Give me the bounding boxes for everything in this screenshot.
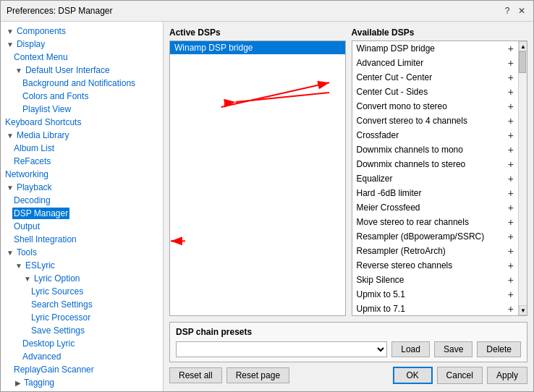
available-dsp-item[interactable]: Winamp DSP bridge +	[352, 41, 519, 56]
add-dsp-button[interactable]: +	[508, 43, 514, 54]
available-dsp-item[interactable]: Meier Crossfeed +	[352, 200, 519, 215]
available-dsp-label: Move stereo to rear channels	[357, 217, 469, 227]
sidebar-item-bg-notifications[interactable]: Background and Notifications	[1, 77, 163, 90]
load-button[interactable]: Load	[391, 341, 430, 357]
active-dsps-section: Active DSPs Winamp DSP bridge ...	[169, 27, 346, 316]
sidebar-item-playback[interactable]: ▼Playback	[1, 181, 163, 194]
available-dsp-item[interactable]: Convert stereo to 4 channels +	[352, 114, 519, 128]
add-dsp-button[interactable]: +	[508, 274, 514, 286]
available-dsp-item[interactable]: Center Cut - Center +	[352, 70, 519, 85]
sidebar-item-refacets[interactable]: ReFacets	[1, 155, 163, 168]
sidebar-item-lyric-processor[interactable]: Lyric Processor	[1, 311, 163, 324]
available-dsps-list-container[interactable]: Winamp DSP bridge + Advanced Limiter + C…	[352, 41, 528, 316]
sidebar-item-advanced-eslyric[interactable]: Advanced	[1, 350, 163, 363]
add-dsp-button[interactable]: +	[508, 129, 514, 141]
scroll-track[interactable]	[519, 51, 527, 305]
sidebar-item-tools[interactable]: ▼Tools	[1, 246, 163, 259]
available-dsps-list[interactable]: Winamp DSP bridge + Advanced Limiter + C…	[352, 41, 519, 315]
preferences-window: Preferences: DSP Manager ? ✕ ▼Components…	[0, 0, 534, 392]
apply-button[interactable]: Apply	[487, 367, 527, 384]
sidebar-item-replaygain-scanner[interactable]: ReplayGain Scanner	[1, 363, 163, 376]
scroll-down-button[interactable]: ▼	[519, 305, 527, 315]
active-dsps-list[interactable]: Winamp DSP bridge ...	[169, 41, 346, 316]
main-panel: Active DSPs Winamp DSP bridge ... Availa…	[164, 22, 533, 391]
cancel-button[interactable]: Cancel	[437, 367, 483, 384]
help-button[interactable]: ?	[501, 5, 513, 17]
sidebar-item-output[interactable]: Output	[1, 220, 163, 233]
add-dsp-button[interactable]: +	[508, 303, 514, 315]
add-dsp-button[interactable]: +	[508, 115, 514, 127]
available-dsp-item[interactable]: Advanced Limiter +	[352, 56, 519, 70]
sidebar-item-display[interactable]: ▼Display	[1, 38, 163, 51]
available-dsp-item[interactable]: Resampler (RetroArch) +	[352, 244, 519, 258]
sidebar-item-desktop-lyric[interactable]: Desktop Lyric	[1, 337, 163, 350]
available-dsp-item[interactable]: Upmix to 7.1 +	[352, 302, 519, 315]
available-dsp-item[interactable]: Downmix channels to stereo +	[352, 157, 519, 171]
add-dsp-button[interactable]: +	[508, 144, 514, 155]
available-dsps-section: Available DSPs Winamp DSP bridge + Advan…	[352, 27, 528, 316]
sidebar-item-album-list[interactable]: Album List	[1, 142, 163, 155]
sidebar-item-media-library[interactable]: ▼Media Library	[1, 129, 163, 142]
sidebar-item-components[interactable]: ▼Components	[1, 25, 163, 38]
add-dsp-button[interactable]: +	[508, 86, 514, 98]
close-button[interactable]: ✕	[516, 5, 527, 17]
add-dsp-button[interactable]: +	[508, 101, 514, 112]
sidebar-item-search-settings[interactable]: Search Settings	[1, 298, 163, 311]
scroll-thumb[interactable]	[519, 51, 526, 73]
add-dsp-button[interactable]: +	[508, 260, 514, 271]
available-dsp-label: Upmix to 5.1	[357, 289, 405, 299]
sidebar-item-context-menu[interactable]: Context Menu	[1, 51, 163, 64]
sidebar-item-dsp-manager[interactable]: DSP Manager	[1, 207, 163, 220]
sidebar-item-networking[interactable]: Networking	[1, 168, 163, 181]
scroll-up-button[interactable]: ▲	[519, 41, 527, 51]
sidebar-item-decoding[interactable]: Decoding	[1, 194, 163, 207]
reset-page-button[interactable]: Reset page	[226, 367, 289, 383]
sidebar-item-default-ui[interactable]: ▼Default User Interface	[1, 64, 163, 77]
add-dsp-button[interactable]: +	[508, 158, 514, 170]
available-dsp-label: Downmix channels to mono	[357, 145, 463, 155]
sidebar-item-colors-fonts[interactable]: Colors and Fonts	[1, 90, 163, 103]
add-dsp-button[interactable]: +	[508, 289, 514, 300]
reset-all-button[interactable]: Reset all	[169, 367, 222, 383]
sidebar-item-eslyric[interactable]: ▼ESLyric	[1, 259, 163, 272]
add-dsp-button[interactable]: +	[508, 173, 514, 184]
available-dsp-label: Advanced Limiter	[357, 58, 424, 68]
add-dsp-button[interactable]: +	[508, 187, 514, 199]
available-dsps-scrollbar[interactable]: ▲ ▼	[518, 41, 527, 315]
available-dsp-item[interactable]: Crossfader +	[352, 128, 519, 142]
available-dsp-label: Upmix to 7.1	[357, 304, 405, 314]
active-dsp-item[interactable]: Winamp DSP bridge ...	[170, 41, 345, 54]
available-dsp-item[interactable]: Move stereo to rear channels +	[352, 215, 519, 229]
add-dsp-button[interactable]: +	[508, 72, 514, 83]
preset-dropdown[interactable]	[176, 341, 387, 357]
add-dsp-button[interactable]: +	[508, 216, 514, 228]
available-dsp-label: Resampler (dBpoweramp/SSRC)	[357, 231, 485, 242]
sidebar-item-shell-integration[interactable]: Shell Integration	[1, 233, 163, 246]
available-dsp-item[interactable]: Skip Silence +	[352, 273, 519, 287]
save-button[interactable]: Save	[434, 341, 472, 357]
available-dsp-item[interactable]: Resampler (dBpoweramp/SSRC) +	[352, 229, 519, 244]
add-dsp-button[interactable]: +	[508, 231, 514, 242]
add-dsp-button[interactable]: +	[508, 57, 514, 69]
available-dsp-item[interactable]: Equalizer +	[352, 171, 519, 186]
available-dsp-item[interactable]: Hard -6dB limiter +	[352, 186, 519, 200]
add-dsp-button[interactable]: +	[508, 202, 514, 213]
sidebar-item-keyboard-shortcuts[interactable]: Keyboard Shortcuts	[1, 116, 163, 129]
sidebar-item-advanced[interactable]: Advanced	[1, 389, 163, 391]
available-dsp-item[interactable]: Convert mono to stereo +	[352, 99, 519, 114]
active-dsp-menu-dots[interactable]: ...	[331, 43, 337, 52]
available-dsp-item[interactable]: Downmix channels to mono +	[352, 142, 519, 157]
sidebar-item-save-settings[interactable]: Save Settings	[1, 324, 163, 337]
available-dsp-item[interactable]: Center Cut - Sides +	[352, 85, 519, 99]
add-dsp-button[interactable]: +	[508, 245, 514, 257]
ok-button[interactable]: OK	[393, 367, 433, 384]
available-dsp-item[interactable]: Reverse stereo channels +	[352, 258, 519, 273]
available-dsp-label: Downmix channels to stereo	[357, 159, 466, 169]
title-bar-controls: ? ✕	[501, 5, 527, 17]
sidebar-item-lyric-sources[interactable]: Lyric Sources	[1, 285, 163, 298]
delete-button[interactable]: Delete	[477, 341, 521, 357]
sidebar-item-lyric-option[interactable]: ▼Lyric Option	[1, 272, 163, 285]
available-dsp-item[interactable]: Upmix to 5.1 +	[352, 287, 519, 302]
sidebar-item-playlist-view[interactable]: Playlist View	[1, 103, 163, 116]
sidebar-item-tagging[interactable]: ▶Tagging	[1, 376, 163, 389]
